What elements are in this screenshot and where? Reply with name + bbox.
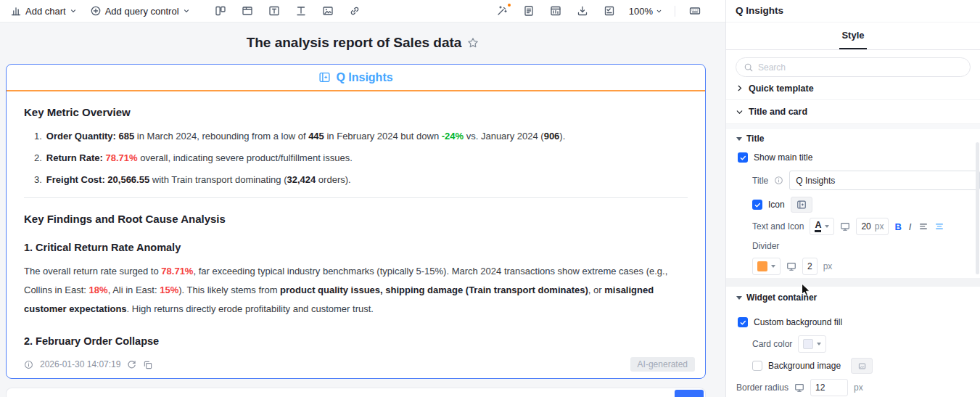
chevron-right-icon — [736, 84, 744, 92]
caret-down-icon — [817, 343, 821, 345]
keyboard-icon — [689, 5, 701, 17]
icon-checkbox[interactable] — [752, 200, 762, 210]
font-color-control[interactable]: A — [810, 218, 834, 235]
custom-bg-row: Custom background fill — [726, 311, 980, 333]
triangle-down-icon — [736, 296, 742, 300]
overview-heading: Key Metric Overview — [24, 106, 688, 118]
chevron-down-icon — [736, 108, 744, 116]
editor-column: Add chart Add query control — [0, 0, 725, 397]
toolbar: Add chart Add query control — [0, 0, 725, 22]
finding1-title: 1. Critical Return Rate Anomaly — [24, 242, 688, 253]
card-color-row: Card color — [726, 333, 980, 355]
bg-image-picker-button[interactable] — [851, 358, 873, 374]
add-chart-label: Add chart — [25, 6, 66, 17]
divider-width-control[interactable]: 2 — [802, 258, 818, 275]
report-title: The analysis report of Sales data — [0, 35, 725, 52]
font-size-control[interactable]: 20px — [856, 218, 889, 235]
app-window: Add chart Add query control — [0, 0, 980, 397]
q-insights-icon — [796, 200, 807, 210]
title-value-input[interactable] — [789, 171, 980, 190]
findings-heading: Key Findings and Root Cause Analysis — [24, 213, 688, 225]
tab-style[interactable]: Style — [839, 22, 866, 49]
theme-button[interactable] — [495, 4, 509, 18]
link-icon — [349, 5, 361, 17]
zoom-select[interactable]: 100% — [629, 6, 662, 17]
finding2-title: 2. February Order Collapse — [24, 335, 688, 347]
layout-button[interactable] — [213, 4, 228, 18]
display-icon[interactable] — [786, 261, 796, 271]
rich-text-button[interactable] — [294, 4, 308, 18]
rich-text-icon — [295, 5, 307, 17]
metric-item: 1.Order Quantity: 685 in March 2024, reb… — [34, 130, 688, 143]
section-title-and-card[interactable]: Title and card — [726, 100, 980, 123]
partial-blue-button[interactable] — [675, 390, 704, 397]
card-color-control[interactable] — [798, 335, 826, 353]
show-main-title-row: Show main title — [726, 148, 980, 167]
bg-image-row: Background image — [726, 355, 980, 377]
star-icon — [467, 37, 479, 49]
dashboard-canvas[interactable]: The analysis report of Sales data Q Insi… — [0, 22, 725, 397]
tab-container-button[interactable] — [240, 4, 255, 18]
title-field-row: Title — [726, 167, 980, 194]
add-query-control-button[interactable]: Add query control — [90, 5, 190, 17]
border-radius-row: Border radius 12 px — [726, 377, 980, 397]
toolbar-right: 100% — [495, 4, 715, 18]
triangle-down-icon — [736, 137, 742, 141]
circle-plus-icon — [90, 5, 102, 17]
q-insights-icon — [318, 71, 331, 83]
divider-color-swatch — [757, 261, 767, 271]
metric-list: 1.Order Quantity: 685 in March 2024, reb… — [24, 130, 688, 187]
refresh-icon[interactable] — [127, 360, 136, 369]
display-icon[interactable] — [840, 221, 850, 232]
magic-wand-icon — [496, 5, 508, 17]
caret-down-icon — [771, 265, 775, 268]
metric-item: 2.Return Rate: 78.71% overall, indicatin… — [34, 152, 688, 165]
section-quick-template[interactable]: Quick template — [726, 77, 980, 100]
report-button[interactable] — [522, 4, 536, 18]
ai-generated-badge: AI-generated — [630, 357, 695, 372]
search-input[interactable] — [758, 62, 963, 73]
italic-button[interactable]: I — [907, 221, 913, 232]
dashboard-icon — [550, 5, 561, 17]
border-radius-control[interactable]: 12 — [810, 379, 848, 396]
panel-title: Q Insights — [726, 0, 980, 22]
finding1-paragraph: The overall return rate surged to 78.71%… — [24, 262, 688, 319]
next-card-strip[interactable] — [6, 388, 706, 397]
bg-image-checkbox[interactable] — [752, 361, 762, 371]
show-main-title-checkbox[interactable] — [738, 152, 748, 163]
align-center-icon[interactable] — [934, 221, 944, 232]
search-row — [726, 50, 980, 77]
keyboard-button[interactable] — [688, 4, 702, 18]
card-timestamp: 2026-01-30 14:07:19 — [40, 359, 120, 369]
copy-icon[interactable] — [143, 360, 152, 369]
panel-scrollbar[interactable] — [976, 142, 979, 274]
group-title[interactable]: Title — [726, 129, 980, 148]
add-chart-button[interactable]: Add chart — [10, 5, 77, 17]
icon-picker-button[interactable] — [791, 197, 812, 213]
layout-icon — [215, 5, 226, 17]
text-icon — [268, 5, 280, 17]
dashboard-button[interactable] — [548, 4, 563, 18]
custom-bg-checkbox[interactable] — [738, 317, 748, 327]
chevron-down-icon — [656, 8, 662, 15]
bold-button[interactable]: B — [894, 221, 901, 232]
link-button[interactable] — [347, 4, 362, 18]
card-body: Key Metric Overview 1.Order Quantity: 68… — [7, 106, 705, 347]
bar-chart-icon — [10, 5, 22, 17]
task-button[interactable] — [602, 4, 617, 18]
info-icon — [774, 176, 783, 185]
panel-tabs: Style — [726, 22, 980, 50]
display-icon[interactable] — [794, 382, 804, 393]
metric-item: 3.Freight Cost: 20,566.55 with Train tra… — [34, 173, 688, 187]
text-button[interactable] — [267, 4, 281, 18]
notification-dot — [508, 4, 511, 7]
align-left-icon[interactable] — [918, 221, 928, 232]
info-icon — [24, 360, 33, 369]
q-insights-card[interactable]: Q Insights Key Metric Overview 1.Order Q… — [6, 64, 706, 379]
image-button[interactable] — [321, 4, 335, 18]
group-widget-container[interactable]: Widget container — [726, 287, 980, 308]
tab-icon — [242, 5, 253, 17]
search-box[interactable] — [736, 57, 971, 77]
divider-color-control[interactable] — [752, 258, 781, 275]
export-button[interactable] — [575, 4, 590, 18]
